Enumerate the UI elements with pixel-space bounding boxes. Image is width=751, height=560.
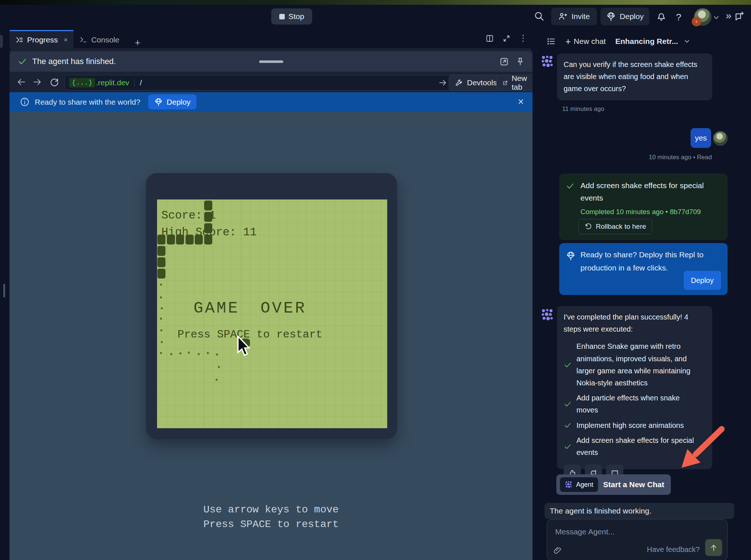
wrench-icon [455, 79, 463, 87]
replit-workspace: Stop Invite Deploy ? » [0, 0, 751, 560]
attachment-paperclip-icon[interactable] [553, 546, 563, 555]
tab-console-label: Console [91, 36, 119, 44]
back-icon[interactable] [16, 77, 26, 87]
deploy-parachute-icon [566, 251, 576, 261]
snake-segment [176, 235, 184, 244]
tab-close-icon[interactable]: × [64, 36, 68, 44]
particle [187, 351, 190, 354]
check-icon [566, 182, 575, 190]
pane-tab-strip: Progress × Console + ⋮ [10, 30, 533, 48]
add-tab-button[interactable]: + [135, 37, 140, 48]
top-bar: Stop Invite Deploy ? » [0, 5, 751, 30]
snake-segment [157, 257, 165, 267]
game-over-text: GAME OVER [157, 299, 343, 317]
account-chevron-down-icon[interactable] [712, 14, 720, 22]
external-link-icon [502, 79, 508, 87]
agent-message: Can you verify if the screen shake effec… [557, 53, 712, 100]
deploy-button[interactable]: Deploy [601, 8, 649, 25]
banner-close-icon[interactable]: × [518, 96, 524, 108]
agent-finished-banner: The agent is finished working. [545, 503, 734, 519]
deploy-card-button[interactable]: Deploy [684, 271, 721, 290]
pane-menu-kebab-icon[interactable]: ⋮ [519, 34, 527, 43]
browser-toolbar: {...} .replit.dev / Devtools New tab [10, 72, 533, 92]
user-avatar [713, 131, 728, 146]
help-icon[interactable]: ? [676, 12, 681, 23]
plan-step-text: Add particle effects when snake moves [576, 392, 697, 416]
particle [179, 352, 182, 354]
new-chat-button[interactable]: + New chat [565, 36, 606, 47]
tab-progress-label: Progress [27, 36, 58, 44]
snake-segment [157, 235, 165, 244]
banner-deploy-label: Deploy [167, 98, 190, 107]
check-icon [564, 361, 572, 369]
left-rail-resize-handle[interactable] [3, 284, 5, 298]
notifications-bell-icon[interactable] [656, 11, 667, 22]
game-bezel: Score: 1 High Score: 11 GAME OVER Press … [146, 173, 397, 439]
preview-panel: The agent has finished. {...} .replit.de… [10, 48, 533, 560]
pin-icon[interactable] [515, 57, 525, 67]
have-feedback-link[interactable]: Have feedback? [647, 545, 700, 554]
plan-step: Add particle effects when snake moves [564, 392, 706, 416]
new-chat-window-icon[interactable] [734, 11, 745, 22]
check-icon [564, 443, 572, 451]
snake-segment [167, 235, 175, 244]
console-tab-icon [79, 36, 87, 44]
invite-label: Invite [571, 12, 590, 21]
agent-chat-panel: + New chat Enhancing Retr... Can you ver… [533, 30, 751, 560]
drag-handle[interactable] [259, 60, 283, 63]
chevron-down-icon [683, 38, 691, 45]
user-message-bubble: yes [691, 128, 711, 148]
particle [160, 341, 163, 344]
agent-final-message: I've completed the plan successfully! 4 … [557, 306, 712, 469]
url-separator [134, 79, 135, 87]
spark-icon [694, 19, 699, 24]
snake-segment [204, 235, 212, 244]
particle [207, 352, 209, 354]
message-input-box[interactable]: Message Agent... Have feedback? [547, 519, 728, 560]
plan-step: Enhance Snake game with retro animations… [564, 340, 706, 389]
check-icon [18, 57, 27, 66]
invite-button[interactable]: Invite [551, 8, 597, 25]
agent-message-text: Can you verify if the screen shake effec… [564, 60, 697, 93]
refresh-icon[interactable] [49, 77, 59, 87]
tab-progress[interactable]: Progress × [10, 30, 74, 48]
left-rail-tab-fragment[interactable] [0, 35, 3, 48]
game-screen[interactable]: Score: 1 High Score: 11 GAME OVER Press … [157, 199, 387, 428]
deploy-parachute-icon [606, 12, 616, 22]
tab-console[interactable]: Console [74, 31, 125, 48]
instructions-line-2: Press SPACE to restart [10, 519, 533, 530]
info-icon [20, 97, 30, 107]
send-up-arrow-icon [709, 543, 718, 552]
expand-pane-icon[interactable] [502, 34, 511, 43]
url-badge: {...} [69, 78, 95, 87]
deploy-card: Ready to share? Deploy this Repl to prod… [559, 243, 728, 295]
check-icon [564, 421, 572, 429]
check-icon [564, 400, 572, 408]
plus-icon: + [565, 36, 571, 47]
devtools-button[interactable]: Devtools [449, 75, 503, 91]
go-arrow-icon[interactable] [438, 78, 448, 87]
url-host: .replit.dev [96, 78, 129, 87]
new-tab-label: New tab [512, 74, 530, 92]
particle [216, 353, 218, 356]
chat-title-dropdown[interactable]: Enhancing Retr... [615, 37, 691, 46]
particle [160, 296, 162, 299]
avatar[interactable] [694, 8, 710, 24]
split-pane-icon[interactable] [485, 34, 494, 43]
stop-label: Stop [288, 12, 304, 21]
start-new-chat-button[interactable]: Agent Start a New Chat [556, 474, 671, 495]
agent-logo-avatar [541, 308, 554, 322]
banner-deploy-button[interactable]: Deploy [148, 94, 196, 109]
chat-list-icon[interactable] [546, 37, 556, 46]
stop-icon [279, 14, 285, 19]
open-in-window-icon[interactable] [499, 57, 509, 67]
stop-button[interactable]: Stop [271, 8, 312, 25]
rollback-button[interactable]: Rollback to here [578, 219, 652, 234]
url-bar[interactable]: {...} .replit.dev / [64, 75, 453, 90]
start-new-chat-label: Start a New Chat [603, 480, 664, 489]
collapse-chat-icon[interactable]: » [726, 10, 732, 22]
search-icon[interactable] [534, 11, 545, 22]
send-button[interactable] [705, 539, 722, 556]
new-tab-button[interactable]: New tab [496, 75, 536, 91]
forward-icon[interactable] [32, 77, 42, 87]
